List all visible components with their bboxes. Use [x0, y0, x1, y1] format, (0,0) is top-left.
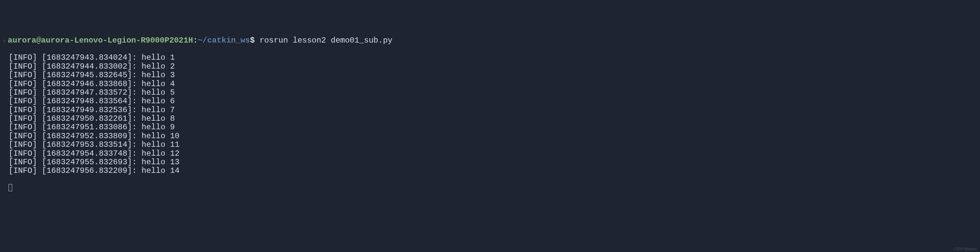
log-line: [INFO] [1683247943.834024]: hello 1 [3, 53, 977, 62]
log-line: [INFO] [1683247945.832645]: hello 3 [3, 71, 977, 80]
log-line: [INFO] [1683247956.832209]: hello 14 [3, 167, 977, 175]
watermark: CSDN @ppeua [954, 247, 977, 251]
prompt-colon: : [193, 36, 197, 45]
command-input: rosrun lesson2 demo01_sub.py [255, 36, 393, 45]
log-line: [INFO] [1683247947.833572]: hello 5 [3, 88, 977, 97]
log-line: [INFO] [1683247952.833809]: hello 10 [3, 132, 977, 140]
prompt-path: ~/catkin_ws [198, 36, 250, 45]
log-line: [INFO] [1683247951.833086]: hello 9 [3, 123, 977, 132]
log-line: [INFO] [1683247954.833748]: hello 12 [3, 150, 977, 158]
log-line: [INFO] [1683247948.833564]: hello 6 [3, 97, 977, 105]
prompt-user-host: aurora@aurora-Lenovo-Legion-R9000P2021H [8, 36, 193, 45]
cursor-icon [9, 184, 12, 191]
log-line: [INFO] [1683247949.832536]: hello 7 [3, 106, 977, 115]
log-line: [INFO] [1683247953.833514]: hello 11 [3, 140, 977, 149]
log-line: [INFO] [1683247950.832261]: hello 8 [3, 115, 977, 123]
log-line: [INFO] [1683247944.833002]: hello 2 [3, 62, 977, 71]
terminal-prompt-line[interactable]: ○aurora@aurora-Lenovo-Legion-R9000P2021H… [3, 36, 977, 45]
log-output: [INFO] [1683247943.834024]: hello 1[INFO… [3, 53, 977, 175]
prompt-bullet-icon: ○ [3, 38, 6, 45]
prompt-dollar: $ [250, 36, 255, 45]
log-line: [INFO] [1683247955.832693]: hello 13 [3, 158, 977, 167]
log-line: [INFO] [1683247946.833868]: hello 4 [3, 80, 977, 88]
